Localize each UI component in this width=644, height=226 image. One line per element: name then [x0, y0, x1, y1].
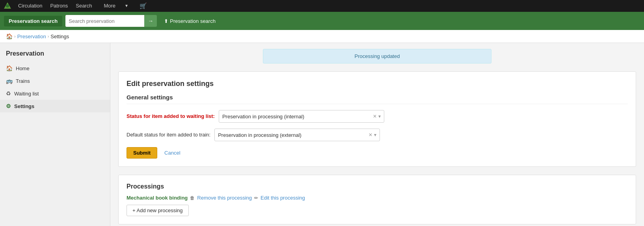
brand-label: Preservation search — [4, 16, 62, 26]
waiting-list-icon: ♻ — [6, 90, 11, 97]
clear-train-icon[interactable]: ✕ — [369, 132, 372, 138]
search-box: → — [65, 15, 157, 27]
general-settings-title: General settings — [127, 94, 628, 104]
status-waiting-select[interactable]: Preservation in processing (internal) ✕ … — [219, 110, 384, 123]
svg-point-1 — [6, 4, 9, 7]
sidebar-item-waiting-list-label: Waiting list — [14, 91, 39, 97]
status-waiting-label: Status for item added to waiting list: — [127, 113, 215, 120]
submit-button[interactable]: Submit — [127, 147, 157, 159]
chevron-train-icon[interactable]: ▾ — [374, 132, 376, 138]
status-waiting-value: Preservation in processing (internal) — [222, 114, 373, 120]
settings-icon: ⚙ — [6, 103, 11, 109]
green-bar: Preservation search → ⬆ Preservation sea… — [0, 12, 644, 30]
alert-banner: Processing updated — [263, 49, 491, 64]
breadcrumb-settings: Settings — [50, 34, 69, 39]
sidebar-item-settings-label: Settings — [14, 103, 34, 109]
add-processing-button[interactable]: + Add new processing — [127, 205, 189, 216]
settings-card: Edit preservation settings General setti… — [118, 71, 636, 167]
breadcrumb-preservation[interactable]: Preservation — [17, 34, 46, 39]
sidebar-item-trains-label: Trains — [16, 78, 30, 84]
cart-icon[interactable]: 🛒 — [136, 0, 150, 12]
logo — [3, 2, 12, 10]
status-train-label: Default status for item added to train: — [127, 131, 210, 138]
sidebar-item-trains[interactable]: 🚌 Trains — [0, 75, 110, 87]
page-title: Edit preservation settings — [127, 80, 628, 88]
main-content: Processing updated Edit preservation set… — [110, 43, 644, 226]
pencil-icon: ✏ — [254, 195, 258, 201]
home-nav-icon: 🏠 — [6, 65, 13, 71]
status-train-row: Default status for item added to train: … — [127, 129, 628, 141]
nav-patrons[interactable]: Patrons — [46, 0, 72, 12]
sidebar-item-home-label: Home — [16, 65, 30, 71]
main-layout: Preservation 🏠 Home 🚌 Trains ♻ Waiting l… — [0, 43, 644, 226]
processings-card: Processings Mechanical book binding 🗑 Re… — [118, 175, 636, 224]
search-input[interactable] — [65, 15, 144, 27]
trains-icon: 🚌 — [6, 78, 13, 84]
preservation-search-link[interactable]: ⬆ Preservation search — [164, 18, 216, 24]
upload-icon: ⬆ — [164, 18, 168, 24]
status-train-select[interactable]: Preservation in processing (external) ✕ … — [214, 129, 380, 141]
nav-more[interactable]: More ▼ — [96, 0, 136, 12]
breadcrumb-sep-1: › — [14, 34, 16, 39]
sidebar-item-home[interactable]: 🏠 Home — [0, 62, 110, 75]
status-waiting-row: Status for item added to waiting list: P… — [127, 110, 628, 123]
nav-search[interactable]: Search — [72, 0, 96, 12]
sidebar-item-settings[interactable]: ⚙ Settings — [0, 100, 110, 112]
processing-name: Mechanical book binding — [127, 195, 188, 201]
alert-text: Processing updated — [355, 53, 400, 59]
general-settings-section: General settings Status for item added t… — [127, 94, 628, 159]
nav-circulation[interactable]: Circulation — [14, 0, 46, 12]
breadcrumb: 🏠 › Preservation › Settings — [0, 30, 644, 43]
home-icon[interactable]: 🏠 — [6, 33, 13, 39]
cancel-button[interactable]: Cancel — [161, 148, 183, 158]
sidebar-title: Preservation — [0, 47, 110, 62]
sidebar: Preservation 🏠 Home 🚌 Trains ♻ Waiting l… — [0, 43, 110, 226]
search-button[interactable]: → — [144, 15, 157, 27]
form-buttons: Submit Cancel — [127, 147, 628, 159]
chevron-waiting-icon[interactable]: ▾ — [378, 114, 381, 119]
status-train-control: Preservation in processing (external) ✕ … — [214, 129, 380, 141]
sidebar-item-waiting-list[interactable]: ♻ Waiting list — [0, 87, 110, 100]
top-nav: Circulation Patrons Search More ▼ 🛒 — [0, 0, 644, 12]
remove-processing-link[interactable]: Remove this processing — [197, 195, 252, 201]
processings-title: Processings — [127, 183, 628, 190]
status-waiting-control: Preservation in processing (internal) ✕ … — [219, 110, 384, 123]
edit-processing-link[interactable]: Edit this processing — [261, 195, 305, 201]
breadcrumb-sep-2: › — [48, 34, 49, 39]
trash-icon: 🗑 — [190, 195, 195, 201]
status-train-value: Preservation in processing (external) — [218, 132, 369, 138]
clear-waiting-icon[interactable]: ✕ — [373, 114, 377, 119]
processing-item: Mechanical book binding 🗑 Remove this pr… — [127, 195, 628, 201]
